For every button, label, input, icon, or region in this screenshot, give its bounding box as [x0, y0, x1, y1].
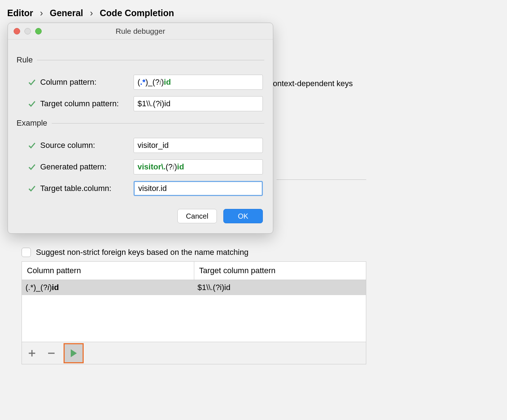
section-rule-header: Rule — [17, 55, 264, 65]
target-table-column-row: Target table.column: — [28, 181, 264, 196]
dialog-button-bar: Cancel OK — [17, 209, 264, 223]
column-pattern-label: Column pattern: — [40, 78, 134, 87]
dialog-titlebar[interactable]: Rule debugger — [8, 23, 273, 39]
cell-column-pattern: (.*)_(?i)id — [22, 280, 194, 295]
breadcrumb-editor[interactable]: Editor — [7, 8, 33, 18]
breadcrumb-separator: › — [40, 8, 43, 18]
minus-icon — [47, 349, 55, 357]
play-icon — [71, 349, 77, 357]
breadcrumb-general[interactable]: General — [50, 8, 83, 18]
generated-pattern-label: Generated pattern: — [40, 162, 134, 172]
background-divider — [276, 179, 366, 180]
cancel-button[interactable]: Cancel — [177, 209, 217, 223]
valid-check-icon — [28, 100, 36, 108]
divider — [37, 60, 264, 60]
section-example-label: Example — [17, 118, 47, 128]
valid-check-icon — [28, 185, 36, 192]
column-pattern-input[interactable]: (.*)_(?i)id — [134, 75, 263, 90]
target-table-column-label: Target table.column: — [40, 184, 134, 193]
suggest-foreign-keys-checkbox-row[interactable]: Suggest non-strict foreign keys based on… — [22, 248, 248, 257]
table-empty-area[interactable] — [22, 295, 366, 342]
plus-icon — [28, 349, 36, 357]
minimize-window-button — [24, 28, 31, 34]
debug-rule-button[interactable] — [64, 343, 84, 363]
target-table-column-input[interactable] — [134, 181, 263, 196]
header-column-pattern[interactable]: Column pattern — [22, 262, 194, 280]
table-toolbar — [22, 342, 366, 364]
valid-check-icon — [28, 163, 36, 171]
pattern-table: Column pattern Target column pattern (.*… — [22, 261, 366, 364]
close-window-button[interactable] — [14, 28, 20, 34]
source-column-row: Source column: — [28, 138, 264, 153]
rule-debugger-dialog: Rule debugger Rule Column pattern: (.*)_… — [8, 23, 273, 234]
remove-button[interactable] — [44, 346, 59, 360]
header-target-column-pattern[interactable]: Target column pattern — [194, 262, 366, 280]
section-example-header: Example — [17, 118, 264, 128]
column-pattern-row: Column pattern: (.*)_(?i)id — [28, 75, 264, 90]
section-rule-label: Rule — [17, 55, 33, 65]
checkbox-icon[interactable] — [22, 248, 31, 257]
valid-check-icon — [28, 141, 36, 149]
breadcrumb-separator: › — [90, 8, 93, 18]
source-column-input[interactable] — [134, 138, 263, 153]
target-column-pattern-label: Target column pattern: — [40, 99, 134, 108]
window-controls — [14, 28, 42, 34]
add-button[interactable] — [25, 346, 39, 360]
zoom-window-button[interactable] — [35, 28, 42, 34]
suggest-checkbox-label: Suggest non-strict foreign keys based on… — [36, 248, 248, 257]
breadcrumb-code-completion[interactable]: Code Completion — [100, 8, 174, 18]
divider — [52, 123, 264, 123]
table-header: Column pattern Target column pattern — [22, 262, 366, 280]
table-row[interactable]: (.*)_(?i)id $1\\.(?i)id — [22, 280, 366, 295]
target-column-pattern-row: Target column pattern: — [28, 96, 264, 111]
generated-pattern-display[interactable]: visitor\.(?i)id — [134, 159, 263, 174]
generated-pattern-row: Generated pattern: visitor\.(?i)id — [28, 159, 264, 174]
ok-button[interactable]: OK — [223, 209, 263, 223]
dialog-title: Rule debugger — [116, 27, 165, 36]
background-partial-text: ontext-dependent keys — [273, 79, 353, 88]
cell-target-column-pattern: $1\\.(?i)id — [194, 280, 366, 295]
valid-check-icon — [28, 78, 36, 86]
target-column-pattern-input[interactable] — [134, 96, 263, 111]
source-column-label: Source column: — [40, 141, 134, 150]
